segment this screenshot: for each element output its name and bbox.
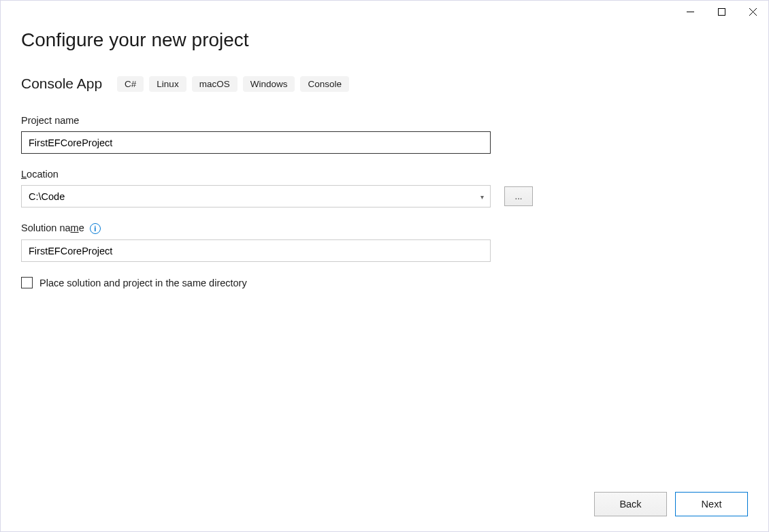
minimize-button[interactable] [674, 1, 706, 22]
same-directory-checkbox[interactable] [21, 277, 33, 288]
project-name-label: Project name [21, 115, 748, 126]
back-button[interactable]: Back [594, 492, 667, 516]
next-button[interactable]: Next [675, 492, 748, 516]
info-icon[interactable]: i [90, 223, 101, 234]
svg-rect-1 [718, 8, 725, 15]
template-name: Console App [21, 76, 102, 92]
tag-item: Linux [149, 76, 186, 92]
solution-name-input[interactable] [21, 239, 491, 262]
solution-name-label: Solution name i [21, 222, 748, 234]
close-icon [749, 8, 757, 16]
location-input[interactable] [21, 185, 491, 207]
tag-item: Console [300, 76, 349, 92]
project-name-input[interactable] [21, 131, 491, 154]
location-label: Location [21, 169, 748, 180]
close-button[interactable] [737, 1, 768, 22]
maximize-button[interactable] [706, 1, 737, 22]
browse-button[interactable]: ... [504, 186, 533, 206]
tag-list: C# Linux macOS Windows Console [117, 76, 349, 92]
same-directory-label: Place solution and project in the same d… [39, 278, 247, 288]
tag-item: Windows [243, 76, 295, 92]
minimize-icon [687, 8, 694, 16]
tag-item: macOS [192, 76, 238, 92]
page-title: Configure your new project [21, 29, 748, 51]
maximize-icon [718, 8, 725, 16]
tag-item: C# [117, 76, 144, 92]
